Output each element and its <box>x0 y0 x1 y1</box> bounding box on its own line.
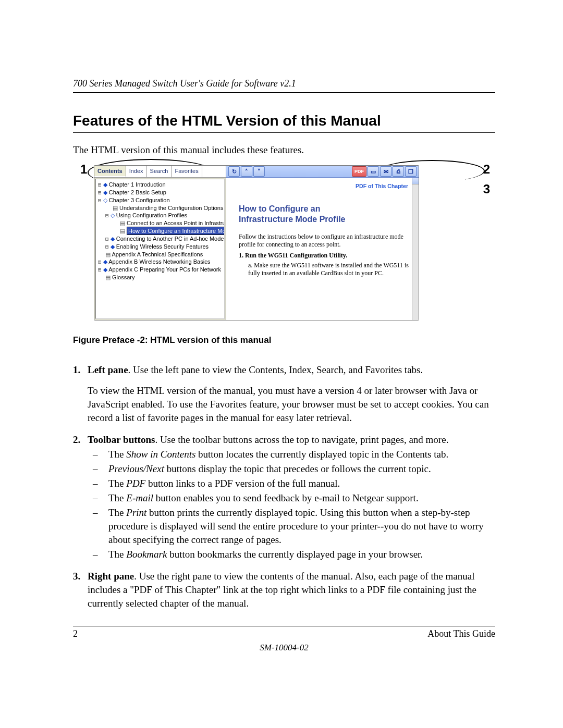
email-icon[interactable]: ✉ <box>380 166 391 177</box>
content-pane: PDF of This Chapter How to Configure an … <box>226 178 419 320</box>
page-icon: ▤ <box>120 228 125 234</box>
lead-label: Toolbar buttons <box>88 434 155 445</box>
book-icon: ◆ <box>103 266 107 273</box>
footer-section: About This Guide <box>427 628 495 639</box>
book-icon: ◆ <box>103 258 107 265</box>
tree-item[interactable]: Chapter 3 Configuration <box>109 197 170 203</box>
prev-icon[interactable]: ˄ <box>241 166 252 177</box>
open-book-icon: ◇ <box>111 212 115 218</box>
tree-item[interactable]: Chapter 1 Introduction <box>109 181 166 188</box>
scrollbar[interactable] <box>412 178 419 320</box>
bookmark-icon[interactable]: ❐ <box>405 166 417 177</box>
tree-item[interactable]: Appendix C Preparing Your PCs for Networ… <box>108 266 221 273</box>
section-title: Features of the HTML Version of this Man… <box>73 113 495 133</box>
right-pane: ↻ ˄ ˅ PDF ▭ ✉ ⎙ ❐ PDF of This Chapter Ho… <box>226 166 419 320</box>
next-icon[interactable]: ˅ <box>253 166 265 177</box>
callout-2: 2 <box>483 162 490 177</box>
contents-tree[interactable]: ⊞ ◆ Chapter 1 Introduction ⊞ ◆ Chapter 2… <box>95 179 225 319</box>
tree-item[interactable]: Using Configuration Profiles <box>116 212 187 218</box>
tree-item[interactable]: Appendix B Wireless Networking Basics <box>108 258 210 265</box>
show-in-contents-icon[interactable]: ▭ <box>368 166 379 177</box>
figure: 1 2 3 Contents Index Search Favorites ⊞ … <box>73 165 495 331</box>
tree-item[interactable]: Connecting to Another PC in Ad-hoc Mode <box>116 236 224 242</box>
intro-text: The HTML version of this manual includes… <box>73 144 495 156</box>
page-number: 2 <box>73 628 78 639</box>
lead-label: Left pane <box>88 364 128 375</box>
footer-rule <box>73 626 495 626</box>
tab-search[interactable]: Search <box>147 166 172 177</box>
tree-item[interactable]: Enabling Wireless Security Features <box>116 243 209 250</box>
tab-favorites[interactable]: Favorites <box>172 166 202 177</box>
list-item: 2. Toolbar buttons. Use the toolbar butt… <box>73 433 495 561</box>
lead-label: Right pane <box>88 571 134 582</box>
tab-contents[interactable]: Contents <box>94 166 126 177</box>
running-header: 700 Series Managed Switch User's Guide f… <box>73 78 495 93</box>
refresh-icon[interactable]: ↻ <box>228 166 240 177</box>
tab-index[interactable]: Index <box>126 166 147 177</box>
pdf-button[interactable]: PDF <box>352 166 366 177</box>
tabstrip: Contents Index Search Favorites <box>94 166 226 178</box>
page-icon: ▤ <box>113 205 118 211</box>
figure-caption: Figure Preface -2: HTML version of this … <box>73 335 495 346</box>
pdf-of-chapter-link[interactable]: PDF of This Chapter <box>239 183 408 189</box>
tree-item[interactable]: Glossary <box>112 274 134 280</box>
help-window: Contents Index Search Favorites ⊞ ◆ Chap… <box>94 165 419 320</box>
list-item: 3. Right pane. Use the right pane to vie… <box>73 570 495 610</box>
print-icon[interactable]: ⎙ <box>393 166 404 177</box>
footer-line: 2 About This Guide <box>73 628 495 639</box>
callout-3: 3 <box>483 182 490 196</box>
paragraph: To view the HTML version of the manual, … <box>88 384 495 425</box>
page-icon: ▤ <box>120 220 125 226</box>
topic-body: Follow the instructions below to configu… <box>239 233 411 277</box>
document-number: SM-10004-02 <box>73 643 495 653</box>
numbered-list: 1. Left pane. Use the left pane to view … <box>73 363 495 610</box>
topic-title: How to Configure an Infrastructure Mode … <box>239 204 411 225</box>
book-icon: ◆ <box>111 236 115 242</box>
book-icon: ◆ <box>103 189 107 195</box>
open-book-icon: ◇ <box>103 197 107 203</box>
tree-item[interactable]: Understanding the Configuration Options <box>119 205 223 211</box>
page-icon: ▤ <box>105 251 111 257</box>
left-pane: Contents Index Search Favorites ⊞ ◆ Chap… <box>94 166 226 320</box>
tree-item[interactable]: Connect to an Access Point in Infrastru <box>127 220 225 226</box>
page-icon: ▤ <box>105 274 111 280</box>
tree-item[interactable]: Chapter 2 Basic Setup <box>109 189 166 195</box>
tree-item-selected[interactable]: How to Configure an Infrastructure Mod <box>127 227 225 235</box>
callout-1: 1 <box>80 162 87 177</box>
book-icon: ◆ <box>111 243 115 250</box>
book-icon: ◆ <box>103 181 107 188</box>
list-item: 1. Left pane. Use the left pane to view … <box>73 363 495 425</box>
tree-item[interactable]: Appendix A Technical Specifications <box>112 251 203 257</box>
toolbar: ↻ ˄ ˅ PDF ▭ ✉ ⎙ ❐ <box>226 166 419 178</box>
